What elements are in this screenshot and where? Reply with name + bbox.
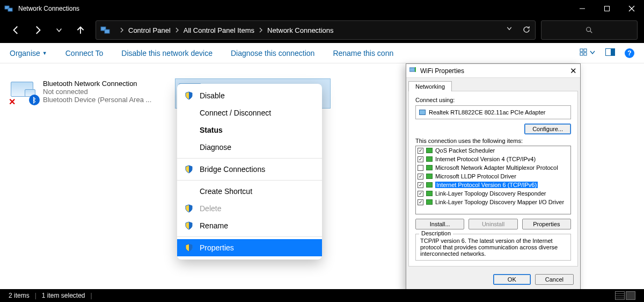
item-label: Link-Layer Topology Discovery Responder [435, 190, 546, 197]
command-bar: Organise▼ Connect To Disable this networ… [0, 43, 644, 63]
refresh-button[interactable] [522, 25, 531, 35]
address-icon [100, 25, 110, 35]
cmd-connect-to[interactable]: Connect To [65, 49, 104, 57]
item-properties-button[interactable]: Properties [522, 219, 571, 229]
app-icon [4, 4, 13, 13]
connection-item[interactable]: ✓Link-Layer Topology Discovery Responder [416, 189, 570, 198]
cmd-disable[interactable]: Disable this network device [121, 49, 213, 57]
separator [177, 180, 322, 181]
dialog-title-bar[interactable]: WiFi Properties ✕ [406, 64, 580, 78]
ctx-status[interactable]: Status [177, 121, 322, 139]
navbar: Control Panel All Control Panel Items Ne… [0, 17, 644, 43]
tab-networking[interactable]: Networking [408, 81, 452, 91]
connection-item[interactable]: ✓QoS Packet Scheduler [416, 146, 570, 155]
forward-button[interactable] [28, 20, 47, 40]
separator [177, 236, 322, 237]
svg-line-9 [590, 31, 592, 33]
checkbox[interactable] [418, 165, 423, 171]
chevron-down-icon: ▼ [42, 51, 47, 56]
dialog-close-button[interactable]: ✕ [570, 66, 577, 76]
disconnected-icon: ✕ [9, 97, 17, 105]
adapter-name: Realtek RTL8822CE 802.11ac PCIe Adapter [429, 109, 546, 116]
ctx-connect[interactable]: Connect / Disconnect [177, 104, 322, 121]
up-button[interactable] [71, 20, 90, 40]
ctx-rename[interactable]: Rename [177, 217, 322, 234]
svg-rect-15 [611, 48, 615, 55]
item-label: Microsoft LLDP Protocol Driver [435, 173, 516, 179]
search-input[interactable] [541, 20, 638, 40]
connection-tile-bluetooth[interactable]: ✕ ᛒ Bluetooth Network Connection Not con… [10, 80, 171, 104]
view-dropdown[interactable] [580, 48, 596, 59]
details-view-button[interactable] [615, 291, 625, 300]
shield-icon [185, 204, 193, 213]
adapter-field: Realtek RTL8822CE 802.11ac PCIe Adapter [415, 105, 571, 119]
chevron-down-icon[interactable] [506, 25, 513, 35]
cancel-button[interactable]: Cancel [535, 274, 574, 285]
ctx-disable[interactable]: Disable [177, 87, 322, 104]
svg-point-8 [587, 27, 591, 32]
adapter-icon [419, 110, 426, 115]
breadcrumb-item[interactable]: Network Connections [267, 26, 334, 34]
adapter-icon [409, 67, 417, 75]
connection-item[interactable]: Microsoft Network Adapter Multiplexor Pr… [416, 163, 570, 172]
checkbox[interactable]: ✓ [418, 174, 423, 179]
close-button[interactable] [619, 0, 644, 17]
checkbox[interactable]: ✓ [418, 182, 423, 188]
shield-icon [185, 91, 193, 100]
ctx-properties[interactable]: Properties [177, 239, 322, 256]
items-label: This connection uses the following items… [415, 138, 571, 144]
large-icons-view-button[interactable] [626, 291, 635, 300]
protocol-icon [426, 191, 433, 196]
status-selected-count: 1 item selected [42, 292, 85, 299]
cmd-diagnose[interactable]: Diagnose this connection [231, 49, 314, 57]
uninstall-button: Uninstall [469, 219, 517, 229]
checkbox[interactable]: ✓ [418, 199, 423, 205]
shield-icon [185, 221, 193, 230]
connection-status: Not connected [43, 88, 151, 96]
description-text: TCP/IP version 6. The latest version of … [420, 238, 558, 257]
svg-rect-16 [409, 68, 415, 71]
description-box: Description TCP/IP version 6. The latest… [415, 234, 571, 261]
item-label: Internet Protocol Version 6 (TCP/IPv6) [435, 182, 538, 188]
search-icon [586, 26, 593, 34]
cmd-organise[interactable]: Organise▼ [10, 49, 47, 57]
dialog-tabs: Networking [406, 78, 580, 91]
checkbox[interactable]: ✓ [418, 156, 423, 162]
recent-button[interactable] [49, 20, 69, 40]
breadcrumb-item[interactable]: All Control Panel Items [184, 26, 254, 34]
connection-items-list[interactable]: ✓QoS Packet Scheduler✓Internet Protocol … [415, 146, 571, 214]
ctx-bridge[interactable]: Bridge Connections [177, 161, 322, 178]
help-button[interactable]: ? [625, 48, 634, 58]
ctx-diagnose[interactable]: Diagnose [177, 139, 322, 156]
connection-item[interactable]: ✓Microsoft LLDP Protocol Driver [416, 172, 570, 181]
bluetooth-icon: ᛒ [29, 95, 40, 105]
ctx-shortcut[interactable]: Create Shortcut [177, 183, 322, 200]
breadcrumb-item[interactable]: Control Panel [128, 26, 171, 34]
context-menu: Disable Connect / Disconnect Status Diag… [177, 84, 322, 260]
back-button[interactable] [6, 20, 26, 40]
minimize-button[interactable] [570, 0, 595, 17]
install-button[interactable]: Install... [415, 219, 464, 229]
window-title: Network Connections [18, 5, 79, 12]
configure-button[interactable]: Configure... [524, 124, 571, 134]
ok-button[interactable]: OK [493, 274, 531, 285]
checkbox[interactable]: ✓ [418, 148, 423, 154]
chevron-right-icon [175, 27, 179, 33]
chevron-right-icon [259, 27, 263, 33]
preview-pane-button[interactable] [605, 48, 615, 58]
protocol-icon [426, 156, 433, 162]
svg-rect-10 [580, 49, 583, 52]
item-label: Internet Protocol Version 4 (TCP/IPv4) [435, 156, 536, 162]
cmd-rename[interactable]: Rename this conn [333, 49, 393, 57]
connect-using-label: Connect using: [415, 97, 571, 103]
connection-item[interactable]: ✓Internet Protocol Version 4 (TCP/IPv4) [416, 155, 570, 163]
dialog-title: WiFi Properties [420, 67, 464, 75]
separator [177, 158, 322, 159]
connection-item[interactable]: ✓Internet Protocol Version 6 (TCP/IPv6) [416, 181, 570, 189]
maximize-button[interactable] [595, 0, 619, 17]
description-label: Description [419, 230, 453, 236]
svg-rect-11 [584, 49, 587, 52]
checkbox[interactable]: ✓ [418, 191, 423, 197]
address-bar[interactable]: Control Panel All Control Panel Items Ne… [96, 20, 536, 40]
connection-item[interactable]: ✓Link-Layer Topology Discovery Mapper I/… [416, 198, 570, 206]
